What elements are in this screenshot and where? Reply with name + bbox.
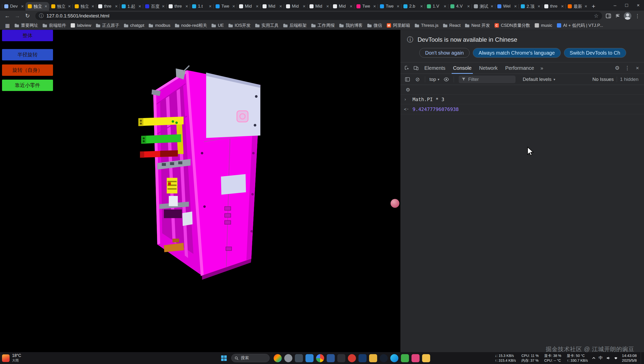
side-panel-icon[interactable] xyxy=(606,13,611,19)
browser-tab[interactable]: 2.顶 × xyxy=(519,2,542,11)
browser-tab[interactable]: 测试 × xyxy=(472,2,495,11)
explorer[interactable] xyxy=(422,354,430,362)
browser-tab[interactable]: 独立 × xyxy=(72,2,96,11)
devtools-tab[interactable]: Console xyxy=(449,62,475,74)
start-button[interactable] xyxy=(219,353,229,363)
powershell[interactable] xyxy=(358,354,367,362)
taskbar-clock[interactable]: 14:43:08 2025/5/8 xyxy=(622,353,637,363)
cf-tool[interactable] xyxy=(274,354,282,362)
tab-close-icon[interactable]: × xyxy=(467,4,470,9)
more-tabs-icon[interactable]: » xyxy=(538,65,546,71)
bookmark-item[interactable]: 我的博客 xyxy=(337,21,365,30)
bookmark-item[interactable]: AI + 低代码 | VTJ.P... xyxy=(555,21,606,30)
show-desktop-strip[interactable] xyxy=(641,352,642,364)
browser-tab[interactable]: Mid × xyxy=(237,2,260,11)
bookmark-item[interactable]: 正点原子 xyxy=(94,21,122,30)
notice-button[interactable]: Switch DevTools to Ch xyxy=(564,48,626,58)
bookmark-item[interactable]: 重要网址 xyxy=(12,21,40,30)
tab-close-icon[interactable]: × xyxy=(256,4,259,9)
tab-close-icon[interactable]: × xyxy=(44,4,47,9)
tab-close-icon[interactable]: × xyxy=(138,4,141,9)
tab-close-icon[interactable]: × xyxy=(373,4,376,9)
tab-close-icon[interactable]: × xyxy=(491,4,493,9)
bookmark-item[interactable]: 前端组件 xyxy=(40,21,68,30)
apps-grid-icon[interactable]: ▦ xyxy=(3,22,12,29)
issues-counter[interactable]: No Issues xyxy=(589,77,617,82)
profile-avatar[interactable] xyxy=(624,12,631,20)
model-control-button[interactable]: 靠近小零件 xyxy=(2,80,53,91)
notice-button[interactable]: Don't show again xyxy=(419,48,470,58)
bookmark-item[interactable]: 微信 xyxy=(365,21,384,30)
devtools-menu-icon[interactable]: ⋮ xyxy=(623,63,632,73)
url-text[interactable]: 127.0.0.1:5501/indextest.html xyxy=(46,13,591,19)
browser-tab[interactable]: thre × xyxy=(96,2,119,11)
threejs-canvas[interactable] xyxy=(0,30,400,352)
tab-close-icon[interactable]: × xyxy=(115,4,118,9)
devtools-settings-icon[interactable]: ⚙ xyxy=(613,63,622,73)
browser-tab[interactable]: Mid × xyxy=(307,2,331,11)
app-green[interactable] xyxy=(401,354,409,362)
word[interactable] xyxy=(327,354,335,362)
bookmark-item[interactable]: music xyxy=(532,22,554,29)
browser-tab[interactable]: Twe × xyxy=(213,2,237,11)
bookmark-item[interactable]: 工作周报 xyxy=(309,21,337,30)
browser-tab[interactable]: Mid × xyxy=(331,2,354,11)
volume-icon[interactable] xyxy=(606,356,610,360)
model-control-button[interactable]: 整体 xyxy=(2,30,53,41)
console-log-area[interactable]: › Math.PI * 3 <· 9.42477796076938 xyxy=(400,95,644,352)
juejin-floating-badge[interactable] xyxy=(391,199,399,208)
vscode[interactable] xyxy=(305,354,314,362)
browser-tab[interactable]: 独立 × xyxy=(49,2,72,11)
tab-close-icon[interactable]: × xyxy=(584,4,587,9)
browser-tab[interactable]: thre × xyxy=(166,2,190,11)
console-result-row[interactable]: <· 9.42477796076938 xyxy=(400,104,644,114)
browser-tab[interactable]: 百度 × xyxy=(143,2,166,11)
tab-close-icon[interactable]: × xyxy=(350,4,352,9)
browser-tab[interactable]: 1.t × xyxy=(190,2,213,11)
bookmark-item[interactable]: 实用工具 xyxy=(253,21,281,30)
tab-close-icon[interactable]: × xyxy=(232,4,235,9)
bookmark-item[interactable]: modbus xyxy=(146,22,172,29)
browser-tab[interactable]: Twe × xyxy=(354,2,378,11)
bookmark-item[interactable]: 后端框架 xyxy=(281,21,309,30)
browser-tab[interactable]: 1.V × xyxy=(425,2,448,11)
model-control-button[interactable]: 旋转（自身） xyxy=(2,64,53,76)
devtools-close-icon[interactable]: × xyxy=(633,63,642,73)
browser-tab[interactable]: Mid × xyxy=(260,2,284,11)
browser-tab[interactable]: 最新 × xyxy=(565,2,589,11)
device-toolbar-icon[interactable] xyxy=(411,63,421,73)
devtools-tab[interactable]: Elements xyxy=(421,62,449,74)
extensions-puzzle-icon[interactable] xyxy=(615,13,620,19)
console-filter-input[interactable]: Filter xyxy=(459,76,516,83)
devtools-tab[interactable]: Network xyxy=(475,62,501,74)
browser-menu-icon[interactable]: ⋮ xyxy=(635,13,640,19)
network-icon[interactable] xyxy=(614,356,618,360)
browser-tab[interactable]: 1.起 × xyxy=(119,2,143,11)
terminal[interactable] xyxy=(337,354,345,362)
bookmark-item[interactable]: node-red相关 xyxy=(173,21,209,30)
bookmark-item[interactable]: Nest 开发 xyxy=(463,21,492,30)
live-expression-eye-icon[interactable] xyxy=(442,75,451,84)
maximize-button[interactable]: □ xyxy=(621,0,632,11)
tab-close-icon[interactable]: × xyxy=(21,4,24,9)
tray-chevron-up-icon[interactable] xyxy=(592,356,596,360)
steam[interactable] xyxy=(380,354,388,362)
model-control-button[interactable]: 半径旋转 xyxy=(2,49,53,60)
bookmark-item[interactable]: chatgpt xyxy=(122,22,147,29)
browser-tab[interactable]: thre × xyxy=(542,2,565,11)
browser-tab[interactable]: Twe × xyxy=(378,2,401,11)
tab-close-icon[interactable]: × xyxy=(91,4,94,9)
devtools-tab[interactable]: Performance xyxy=(501,62,538,74)
inspect-element-icon[interactable] xyxy=(402,63,411,73)
close-button[interactable]: × xyxy=(632,0,644,11)
tab-close-icon[interactable]: × xyxy=(185,4,188,9)
site-info-icon[interactable]: ⓘ xyxy=(39,13,44,19)
ime-indicator[interactable]: 中 xyxy=(599,355,603,361)
bookmark-star-icon[interactable]: ☆ xyxy=(594,13,599,19)
weather-widget[interactable]: 18°C 大雨 xyxy=(2,352,21,364)
tab-close-icon[interactable]: × xyxy=(326,4,329,9)
webgl-viewport[interactable]: 半径旋转 旋转（自身） 靠近小零件 整体 xyxy=(0,30,400,352)
console-command-row[interactable]: › Math.PI * 3 xyxy=(400,95,644,104)
bookmark-item[interactable]: Thress.js xyxy=(413,22,441,29)
tab-close-icon[interactable]: × xyxy=(209,4,212,9)
